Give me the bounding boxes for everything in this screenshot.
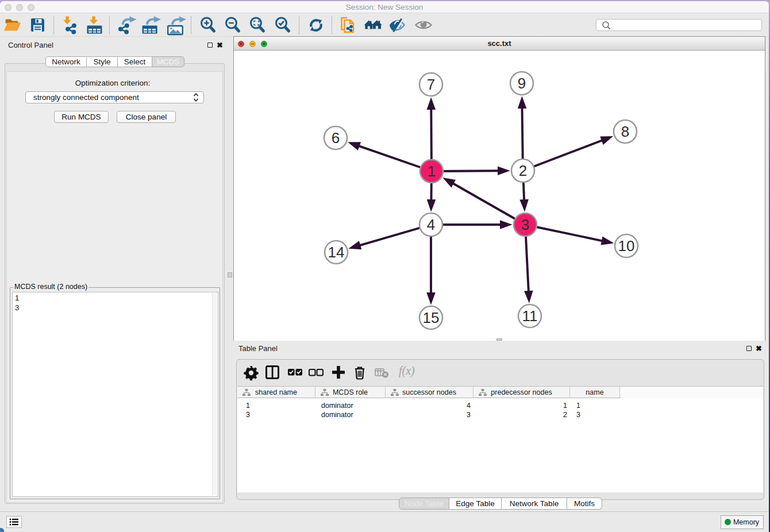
svg-text:8: 8 (621, 123, 629, 140)
svg-text:6: 6 (332, 129, 340, 147)
svg-text:2: 2 (519, 162, 527, 179)
svg-text:10: 10 (618, 237, 635, 255)
svg-text:7: 7 (427, 76, 435, 93)
svg-text:14: 14 (328, 244, 345, 261)
svg-text:15: 15 (423, 309, 440, 326)
svg-text:3: 3 (521, 216, 529, 233)
svg-text:4: 4 (427, 216, 435, 233)
svg-text:1: 1 (428, 163, 436, 180)
svg-text:9: 9 (518, 75, 526, 92)
svg-text:11: 11 (522, 307, 538, 325)
